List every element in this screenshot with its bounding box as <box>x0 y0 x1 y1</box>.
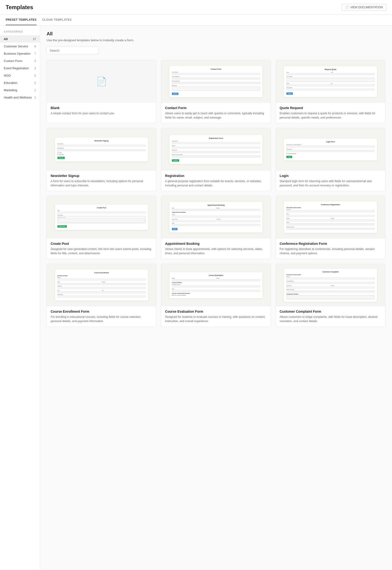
template-preview-evaluation: Course Evaluation Name Email Course Deta… <box>161 264 270 306</box>
tabs-bar: PRESET TEMPLATES CLOUD TEMPLATES <box>0 15 392 26</box>
template-card-create-post[interactable]: Create Post Title Text Editor B I U S | … <box>47 196 156 259</box>
template-card-blank[interactable]: 📄 Blank A simple contact form for your u… <box>47 60 156 123</box>
template-card-registration[interactable]: Registration Form Username * Email * Pas… <box>161 128 271 191</box>
sidebar-item-ngo-count: 2 <box>34 74 36 77</box>
sidebar-item-all-count: 27 <box>33 37 36 41</box>
template-name-conference: Conference Registration Form <box>280 242 381 246</box>
sidebar-item-education[interactable]: Education 2 <box>0 79 40 87</box>
template-desc-create-post: Designed for user-generated content, thi… <box>51 247 152 255</box>
sidebar-item-business-operation[interactable]: Business Operation 7 <box>0 50 40 57</box>
template-desc-complaint: Allows customers to lodge complaints, wi… <box>280 315 381 323</box>
template-preview-newsletter: Newsletter Signup First Name Mail Addres… <box>47 128 156 171</box>
sidebar-item-event-registration-count: 2 <box>34 67 36 70</box>
template-preview-quote: Request Quote First Last Your needs Stat… <box>276 60 385 103</box>
blank-file-icon: 📄 <box>96 77 107 87</box>
template-card-quote[interactable]: Request Quote First Last Your needs Stat… <box>276 60 385 123</box>
template-desc-evaluation: Designed for students to evaluate course… <box>165 315 267 323</box>
sidebar-item-business-operation-label: Business Operation <box>4 52 34 55</box>
template-info-enrollment: Course Enrollment Form For enrolling in … <box>47 306 156 327</box>
sidebar-item-marketing[interactable]: Marketing 1 <box>0 87 40 94</box>
template-info-newsletter: Newsletter Signup A form for users to su… <box>47 171 156 191</box>
sidebar-item-marketing-count: 1 <box>34 88 36 92</box>
template-preview-create-post: Create Post Title Text Editor B I U S | … <box>47 196 156 238</box>
sidebar-item-health-wellness-count: 1 <box>34 96 36 99</box>
template-card-enrollment[interactable]: Course Enrollment Student Details Name D… <box>47 264 156 327</box>
template-card-newsletter[interactable]: Newsletter Signup First Name Mail Addres… <box>47 128 156 191</box>
sidebar-item-ngo-label: NGO <box>4 74 34 77</box>
sidebar-item-customer-service-count: 8 <box>34 45 36 48</box>
template-desc-login: Standard login form for returning users … <box>280 179 381 188</box>
sidebar-item-custom-form-label: Custom Form <box>4 59 34 63</box>
template-desc-contact: Allows users to easily get in touch with… <box>165 111 267 120</box>
view-docs-button[interactable]: 📄 VIEW DOCUMENTATION <box>342 4 386 11</box>
template-desc-appointment: Allows clients to book appointments, wit… <box>165 247 267 255</box>
main-layout: CATEGORIES All 27 Customer Service 8 Bus… <box>0 26 392 570</box>
sidebar-item-health-wellness[interactable]: Health and Wellness 1 <box>0 94 40 101</box>
page-title: Templates <box>6 4 33 11</box>
template-name-login: Login <box>280 174 381 178</box>
template-info-complaint: Customer Complaint Form Allows customers… <box>276 306 385 327</box>
template-card-contact[interactable]: Contact Form Your Name * Email Address *… <box>161 60 271 123</box>
sidebar-item-education-label: Education <box>4 81 34 85</box>
template-info-create-post: Create Post Designed for user-generated … <box>47 238 156 259</box>
sidebar-item-all[interactable]: All 27 <box>0 35 40 43</box>
template-card-appointment[interactable]: Appointment Booking First Email Appointm… <box>161 196 271 259</box>
sidebar-section-title: CATEGORIES <box>0 30 40 35</box>
template-name-create-post: Create Post <box>51 242 152 246</box>
template-card-login[interactable]: Login Form Username or Email address * P… <box>276 128 385 191</box>
template-preview-blank: 📄 <box>47 60 156 103</box>
sidebar-item-custom-form[interactable]: Custom Form 3 <box>0 57 40 65</box>
template-preview-appointment: Appointment Booking First Email Appointm… <box>161 196 270 238</box>
template-desc-quote: Enables customers to request a quote for… <box>280 111 381 120</box>
content-subtitle: Use the pre-designed templates below to … <box>47 38 385 42</box>
sidebar-item-education-count: 2 <box>34 81 36 85</box>
template-card-complaint[interactable]: Customer Complaint Customer Information … <box>276 264 385 327</box>
template-name-quote: Quote Request <box>280 106 381 110</box>
template-desc-blank: A simple contact form for your users to … <box>51 111 152 116</box>
template-name-appointment: Appointment Booking <box>165 242 267 246</box>
template-desc-enrollment: For enrolling in educational courses, in… <box>51 315 152 323</box>
template-desc-conference: For registering attendees at conferences… <box>280 247 381 255</box>
docs-icon: 📄 <box>345 6 349 9</box>
sidebar-item-event-registration-label: Event Registration <box>4 66 34 70</box>
template-name-evaluation: Course Evaluation Form <box>165 310 267 313</box>
content-area: All Use the pre-designed templates below… <box>40 26 392 570</box>
sidebar-item-marketing-label: Marketing <box>4 88 34 92</box>
template-preview-contact: Contact Form Your Name * Email Address *… <box>161 60 270 103</box>
template-info-contact: Contact Form Allows users to easily get … <box>161 103 270 123</box>
page-header: Templates 📄 VIEW DOCUMENTATION <box>0 0 392 15</box>
sidebar: CATEGORIES All 27 Customer Service 8 Bus… <box>0 26 40 570</box>
template-preview-complaint: Customer Complaint Customer Information … <box>276 264 385 306</box>
content-title: All <box>47 31 385 37</box>
search-bar <box>47 47 385 54</box>
template-name-blank: Blank <box>51 106 152 110</box>
template-desc-newsletter: A form for users to subscribe to newslet… <box>51 179 152 188</box>
template-info-login: Login Standard login form for returning … <box>276 171 385 191</box>
template-name-newsletter: Newsletter Signup <box>51 174 152 178</box>
sidebar-item-ngo[interactable]: NGO 2 <box>0 72 40 79</box>
search-input[interactable] <box>47 47 98 54</box>
tab-cloud[interactable]: CLOUD TEMPLATES <box>42 15 71 25</box>
template-info-registration: Registration A general-purpose registrat… <box>161 171 270 191</box>
template-info-blank: Blank A simple contact form for your use… <box>47 103 156 119</box>
template-name-enrollment: Course Enrollment Form <box>51 310 152 313</box>
template-preview-enrollment: Course Enrollment Student Details Name D… <box>47 264 156 306</box>
template-card-conference[interactable]: Conference Registration Attendant Inform… <box>276 196 385 259</box>
template-desc-registration: A general-purpose registration form suit… <box>165 179 267 188</box>
template-info-quote: Quote Request Enables customers to reque… <box>276 103 385 123</box>
tab-preset[interactable]: PRESET TEMPLATES <box>6 15 37 25</box>
sidebar-item-health-wellness-label: Health and Wellness <box>4 96 34 99</box>
sidebar-item-customer-service-label: Customer Service <box>4 44 34 48</box>
templates-grid: 📄 Blank A simple contact form for your u… <box>47 60 385 327</box>
template-info-appointment: Appointment Booking Allows clients to bo… <box>161 238 270 259</box>
sidebar-item-event-registration[interactable]: Event Registration 2 <box>0 65 40 72</box>
sidebar-item-custom-form-count: 3 <box>34 59 36 63</box>
template-preview-registration: Registration Form Username * Email * Pas… <box>161 128 270 171</box>
template-name-contact: Contact Form <box>165 106 267 110</box>
sidebar-item-all-label: All <box>4 37 33 41</box>
sidebar-item-customer-service[interactable]: Customer Service 8 <box>0 43 40 50</box>
template-card-evaluation[interactable]: Course Evaluation Name Email Course Deta… <box>161 264 271 327</box>
template-name-registration: Registration <box>165 174 267 178</box>
template-info-evaluation: Course Evaluation Form Designed for stud… <box>161 306 270 327</box>
template-name-complaint: Customer Complaint Form <box>280 310 381 313</box>
